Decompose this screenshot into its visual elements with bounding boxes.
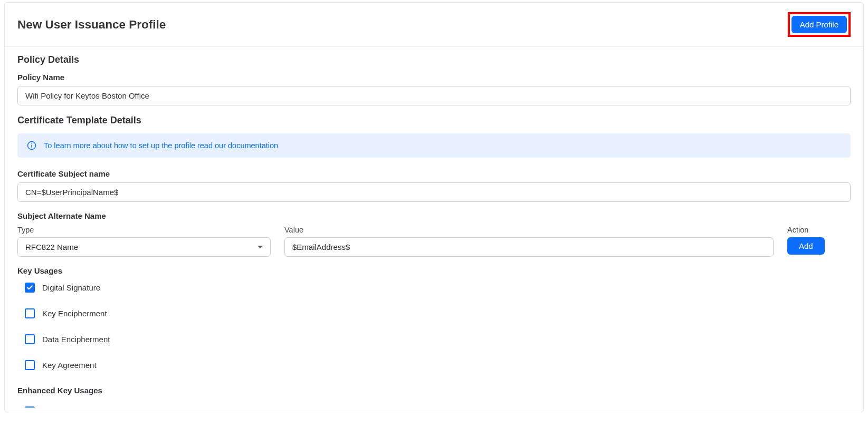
checkbox-label: Digital Signature xyxy=(42,283,100,292)
info-documentation-link[interactable]: To learn more about how to set up the pr… xyxy=(44,141,278,150)
san-action-col: Action Add xyxy=(787,226,851,255)
san-row: Type RFC822 Name Value Action Add xyxy=(17,226,851,257)
san-value-input[interactable] xyxy=(284,237,774,257)
key-usage-item: Data Encipherment xyxy=(25,334,851,344)
chevron-down-icon xyxy=(257,246,263,248)
checkbox-key-encipherment[interactable] xyxy=(25,308,35,318)
enhanced-key-usages-list: Any xyxy=(17,399,851,408)
add-profile-highlight: Add Profile xyxy=(788,12,851,37)
san-type-col: Type RFC822 Name xyxy=(17,226,271,257)
key-usage-item: Key Agreement xyxy=(25,360,851,370)
subject-name-label: Certificate Subject name xyxy=(17,169,851,178)
info-banner: To learn more about how to set up the pr… xyxy=(17,133,851,158)
san-action-label: Action xyxy=(787,226,851,234)
info-icon xyxy=(27,141,36,150)
san-label: Subject Alternate Name xyxy=(17,211,851,220)
checkbox-digital-signature[interactable] xyxy=(25,283,35,293)
checkbox-label: Any xyxy=(42,407,56,408)
checkbox-label: Key Encipherment xyxy=(42,309,107,318)
template-details-title: Certificate Template Details xyxy=(17,115,851,126)
profile-card: New User Issuance Profile Add Profile Po… xyxy=(4,2,864,412)
subject-name-group: Certificate Subject name xyxy=(17,169,851,202)
card-body: Policy Details Policy Name Certificate T… xyxy=(5,47,863,412)
checkbox-data-encipherment[interactable] xyxy=(25,334,35,344)
key-usage-item: Key Encipherment xyxy=(25,308,851,318)
policy-name-label: Policy Name xyxy=(17,73,851,82)
page-title: New User Issuance Profile xyxy=(17,18,166,32)
key-usages-list: Digital Signature Key Encipherment Data … xyxy=(17,283,851,370)
key-usage-item: Digital Signature xyxy=(25,283,851,293)
san-add-button[interactable]: Add xyxy=(787,237,825,255)
svg-point-2 xyxy=(31,143,32,144)
policy-name-group: Policy Name xyxy=(17,73,851,105)
san-type-value: RFC822 Name xyxy=(25,243,78,251)
add-profile-button[interactable]: Add Profile xyxy=(791,16,847,33)
checkbox-label: Key Agreement xyxy=(42,361,97,370)
enhanced-key-usage-item: Any xyxy=(25,406,851,408)
san-value-label: Value xyxy=(284,226,774,234)
subject-name-input[interactable] xyxy=(17,182,851,202)
policy-name-input[interactable] xyxy=(17,86,851,105)
policy-details-title: Policy Details xyxy=(17,54,851,65)
san-type-select[interactable]: RFC822 Name xyxy=(17,237,271,257)
enhanced-key-usages-label: Enhanced Key Usages xyxy=(17,386,851,395)
key-usages-label: Key Usages xyxy=(17,266,851,275)
checkbox-any[interactable] xyxy=(25,406,35,408)
san-type-label: Type xyxy=(17,226,271,234)
checkbox-key-agreement[interactable] xyxy=(25,360,35,370)
san-value-col: Value xyxy=(284,226,774,257)
checkbox-label: Data Encipherment xyxy=(42,335,110,344)
card-header: New User Issuance Profile Add Profile xyxy=(5,3,863,47)
